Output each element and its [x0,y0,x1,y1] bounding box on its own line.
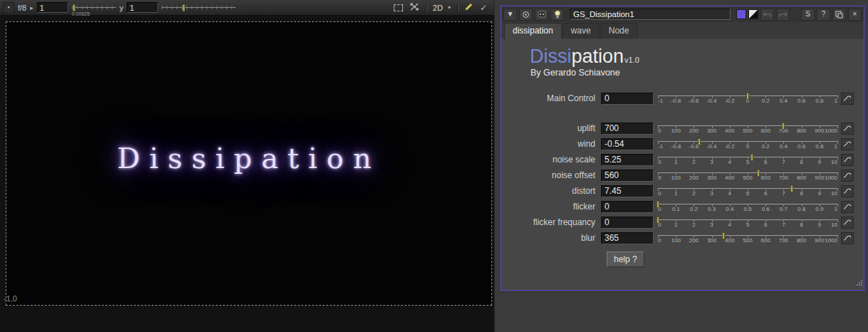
param-slider[interactable]: -1-0.8-0.6-0.4-0.200.20.40.60.81 [658,91,837,105]
param-row-wind: wind -1-0.8-0.6-0.4-0.200.20.40.60.81 [501,136,864,152]
gain-slider-ticks [72,6,116,9]
param-row-blur: blur 01002003004005006007008009001000 [501,230,864,246]
chevron-down-icon: ▾ [448,4,451,11]
rendered-title-text: Dissipation [117,142,381,175]
param-value-input[interactable] [601,201,654,213]
plugin-title-white-part: pation [572,46,624,67]
parameter-list: Main Control -1-0.8-0.6-0.4-0.200.20.40.… [501,90,864,267]
tab-node[interactable]: Node [600,23,638,38]
viewer-panel: ▪ f/8 ▸ 0.00625 y [0,0,495,332]
plugin-title-blue-part: Dissi [530,46,572,67]
properties-content: Dissipationv1.0 By Gerardo Schiavone Mai… [501,39,864,290]
gamma-slider[interactable] [162,2,236,14]
param-value-input[interactable] [601,232,654,244]
param-slider[interactable]: 012345678910 [658,215,837,229]
plugin-version: v1.0 [624,56,639,64]
curve-editor-icon[interactable] [841,185,854,197]
undo-icon[interactable] [760,9,774,21]
param-slider[interactable]: 01002003004005006007008009001000 [658,121,837,135]
curve-editor-icon[interactable] [841,154,854,166]
param-row-distort: distort 012345678910 [501,183,864,199]
curve-editor-icon[interactable] [841,217,854,229]
gain-slider-handle[interactable] [73,4,75,11]
node-color-swatch[interactable] [736,9,746,19]
pan-zoom-icon[interactable] [409,2,419,13]
help-row: help ? [501,251,864,267]
gl-color-swatch[interactable] [748,9,758,19]
param-value-input[interactable] [601,138,654,150]
param-label: flicker [507,202,601,212]
curve-editor-icon[interactable] [841,232,854,244]
param-value-input[interactable] [601,185,654,197]
roi-icon[interactable] [394,4,403,11]
curve-editor-icon[interactable] [841,123,854,135]
center-node-icon[interactable] [519,9,533,21]
param-value-input[interactable] [601,170,654,182]
script-button[interactable]: S [801,9,815,21]
param-label: wind [507,139,601,149]
param-slider[interactable]: 012345678910 [658,184,837,198]
param-label: flicker frequancy [507,217,601,227]
view-mode-dropdown[interactable]: 2D ▾ [433,4,451,12]
node-properties-panel: ▼ S ? × [501,6,864,291]
param-value-input[interactable] [601,123,654,135]
param-label: blur [507,233,601,243]
resize-grip[interactable] [855,277,863,290]
param-row-noise-scale: noise scale 012345678910 [501,152,864,167]
toolbar-separator [426,3,427,13]
gain-expand-icon[interactable]: ▸ [30,4,33,11]
param-row-uplift: uplift 01002003004005006007008009001000 [501,120,864,136]
tab-bar: dissipation wave Node [501,22,864,39]
param-label: Main Control [507,93,601,103]
redo-icon[interactable] [776,9,790,21]
param-row-flicker-frequancy: flicker frequancy 012345678910 [501,214,864,230]
toolbar-separator [457,3,458,13]
panel-dropdown-icon[interactable]: ▼ [503,9,517,21]
gamma-slider-handle[interactable] [182,4,185,11]
param-row-flicker: flicker 00.10.20.30.40.50.60.70.80.91 [501,199,864,214]
param-value-input[interactable] [601,217,654,229]
param-value-input[interactable] [601,154,654,166]
plugin-author: By Gerardo Schiavone [530,68,864,78]
gamma-input[interactable] [127,2,158,13]
param-slider[interactable]: 00.10.20.30.40.50.60.70.80.91 [658,199,837,214]
viewer-coords-label: -1,0 [4,294,17,303]
help-button[interactable]: help ? [607,251,644,267]
close-icon[interactable]: × [848,9,862,21]
param-slider[interactable]: 01002003004005006007008009001000 [658,231,837,245]
gain-min-label: 0.00625 [72,11,90,16]
param-label: noise offset [507,170,601,180]
gain-slider[interactable]: 0.00625 [72,2,116,14]
properties-header: ▼ S ? × [501,6,864,22]
application-window: ▪ f/8 ▸ 0.00625 y [0,0,868,332]
gain-input[interactable] [37,2,68,13]
gain-aperture-label[interactable]: f/8 [18,4,26,12]
param-slider[interactable]: 012345678910 [658,152,837,167]
curve-editor-icon[interactable] [841,201,854,213]
param-label: distort [507,186,601,196]
viewer-toolbar: ▪ f/8 ▸ 0.00625 y [0,0,494,16]
param-value-input[interactable] [601,93,654,105]
float-panel-icon[interactable] [832,9,846,21]
curve-editor-icon[interactable] [841,138,854,150]
viewer-settings-icon[interactable]: ▪ [3,2,14,14]
param-label: uplift [507,123,601,133]
view-mode-label: 2D [433,4,443,12]
node-thumbnail-icon[interactable] [535,9,548,21]
help-icon[interactable]: ? [817,9,830,21]
param-label: noise scale [507,155,601,165]
gamma-slider-ticks [162,6,236,9]
node-name-input[interactable] [570,9,731,20]
tab-wave[interactable]: wave [563,23,600,38]
curve-editor-icon[interactable] [841,93,854,105]
color-sample-pen-icon[interactable] [464,2,474,13]
viewer-image-area[interactable]: Dissipation [6,21,492,306]
param-slider[interactable]: 01002003004005006007008009001000 [658,168,837,182]
tab-dissipation[interactable]: dissipation [504,23,562,39]
lightbulb-icon[interactable] [550,9,564,21]
param-slider[interactable]: -1-0.8-0.6-0.4-0.200.20.40.60.81 [658,137,837,151]
param-row-noise-offset: noise offset 010020030040050060070080090… [501,167,864,183]
plugin-title: Dissipationv1.0 [530,46,864,66]
check-icon[interactable]: ✓ [480,3,487,13]
curve-editor-icon[interactable] [841,170,854,182]
